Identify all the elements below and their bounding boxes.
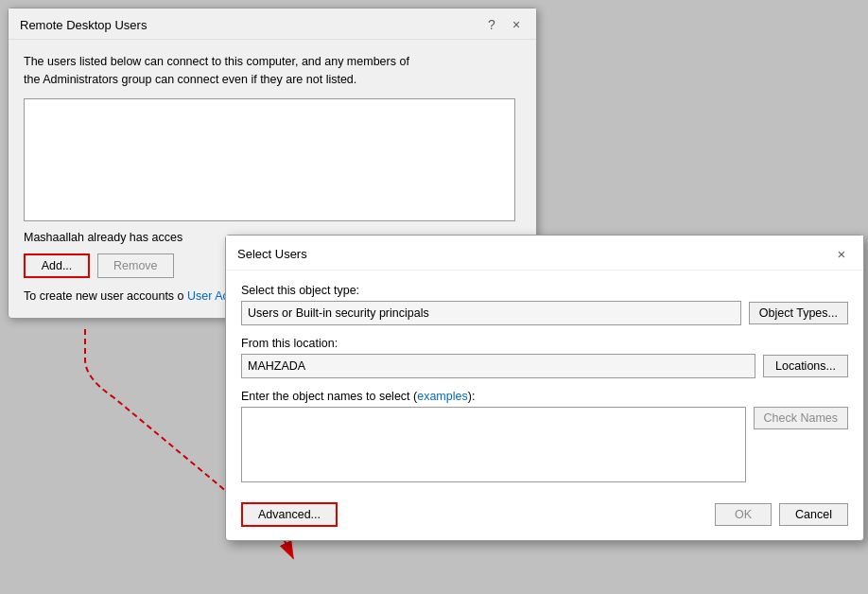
object-type-group: Select this object type: Object Types... bbox=[241, 284, 848, 325]
add-button[interactable]: Add... bbox=[24, 253, 90, 278]
su-footer-right: OK Cancel bbox=[715, 503, 848, 526]
rdp-titlebar: Remote Desktop Users ? × bbox=[9, 9, 536, 40]
names-textarea[interactable] bbox=[241, 407, 746, 482]
su-close-button[interactable]: × bbox=[831, 243, 852, 264]
remove-button[interactable]: Remove bbox=[97, 253, 174, 278]
locations-button[interactable]: Locations... bbox=[763, 355, 848, 377]
su-titlebar: Select Users × bbox=[226, 236, 863, 271]
location-label: From this location: bbox=[241, 337, 848, 350]
names-group: Enter the object names to select (exampl… bbox=[241, 390, 848, 485]
location-group: From this location: Locations... bbox=[241, 337, 848, 378]
location-row: Locations... bbox=[241, 354, 848, 378]
rdp-user-listbox[interactable] bbox=[24, 98, 515, 221]
su-footer: Advanced... OK Cancel bbox=[241, 497, 848, 527]
su-title: Select Users bbox=[237, 247, 307, 261]
advanced-button[interactable]: Advanced... bbox=[241, 502, 338, 527]
ok-button[interactable]: OK bbox=[715, 503, 772, 526]
object-type-field[interactable] bbox=[241, 301, 741, 325]
object-type-label: Select this object type: bbox=[241, 284, 848, 297]
object-types-button[interactable]: Object Types... bbox=[749, 302, 848, 324]
check-names-button[interactable]: Check Names bbox=[754, 407, 849, 429]
rdp-description: The users listed below can connect to th… bbox=[24, 53, 521, 89]
names-label: Enter the object names to select (exampl… bbox=[241, 390, 746, 403]
su-dialog: Select Users × Select this object type: … bbox=[225, 235, 864, 541]
rdp-help-button[interactable]: ? bbox=[483, 16, 500, 33]
location-field[interactable] bbox=[241, 354, 755, 378]
rdp-close-button[interactable]: × bbox=[508, 16, 525, 33]
su-body: Select this object type: Object Types...… bbox=[226, 271, 863, 540]
object-type-row: Object Types... bbox=[241, 301, 848, 325]
examples-link[interactable]: examples bbox=[417, 390, 468, 403]
rdp-titlebar-btns: ? × bbox=[483, 16, 525, 33]
cancel-button[interactable]: Cancel bbox=[779, 503, 848, 526]
rdp-title: Remote Desktop Users bbox=[20, 18, 147, 32]
names-container: Enter the object names to select (exampl… bbox=[241, 390, 746, 485]
